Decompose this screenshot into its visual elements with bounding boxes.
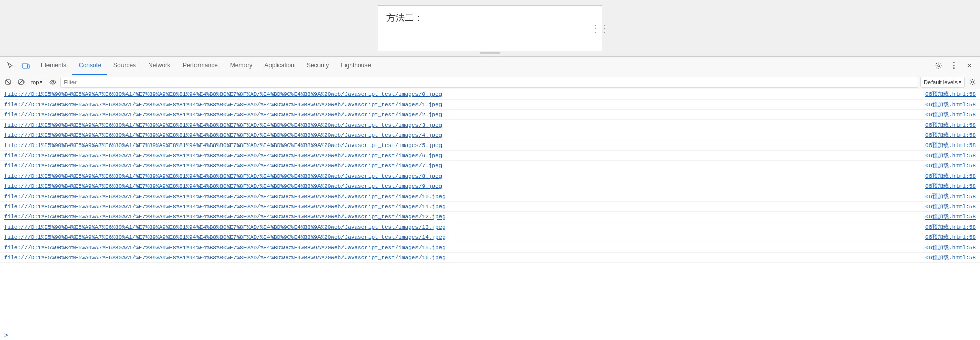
log-path[interactable]: file:///D:1%E5%90%B4%E5%A9%A7%E6%80%A1/%… xyxy=(0,234,898,240)
log-source[interactable]: 06预加载.html:58 xyxy=(898,101,980,108)
devtools-tabs: Elements Console Sources Network Perform… xyxy=(35,57,930,75)
log-path[interactable]: file:///D:1%E5%90%B4%E5%A9%A7%E6%80%A1/%… xyxy=(0,173,898,179)
preview-text: 方法二： xyxy=(386,12,423,24)
devtools-panel: Elements Console Sources Network Perform… xyxy=(0,56,980,340)
log-row[interactable]: file:///D:1%E5%90%B4%E5%A9%A7%E6%80%A1/%… xyxy=(0,100,980,110)
log-row[interactable]: file:///D:1%E5%90%B4%E5%A9%A7%E6%80%A1/%… xyxy=(0,191,980,202)
log-row[interactable]: file:///D:1%E5%90%B4%E5%A9%A7%E6%80%A1/%… xyxy=(0,212,980,222)
tab-lighthouse[interactable]: Lighthouse xyxy=(335,57,377,75)
eye-button[interactable] xyxy=(47,77,58,88)
log-row[interactable]: file:///D:1%E5%90%B4%E5%A9%A7%E6%80%A1/%… xyxy=(0,253,980,263)
console-settings-button[interactable] xyxy=(967,77,978,88)
log-row[interactable]: file:///D:1%E5%90%B4%E5%A9%A7%E6%80%A1/%… xyxy=(0,89,980,100)
log-source[interactable]: 06预加载.html:58 xyxy=(898,233,980,241)
prompt-row: > xyxy=(0,330,980,340)
log-row[interactable]: file:///D:1%E5%90%B4%E5%A9%A7%E6%80%A1/%… xyxy=(0,222,980,232)
level-selector[interactable]: Default levels ▾ xyxy=(920,77,965,88)
log-path[interactable]: file:///D:1%E5%90%B4%E5%A9%A7%E6%80%A1/%… xyxy=(0,132,898,138)
log-path[interactable]: file:///D:1%E5%90%B4%E5%A9%A7%E6%80%A1/%… xyxy=(0,245,898,251)
log-path[interactable]: file:///D:1%E5%90%B4%E5%A9%A7%E6%80%A1/%… xyxy=(0,224,898,230)
log-row[interactable]: file:///D:1%E5%90%B4%E5%A9%A7%E6%80%A1/%… xyxy=(0,110,980,120)
log-row[interactable]: file:///D:1%E5%90%B4%E5%A9%A7%E6%80%A1/%… xyxy=(0,161,980,171)
log-row[interactable]: file:///D:1%E5%90%B4%E5%A9%A7%E6%80%A1/%… xyxy=(0,232,980,242)
log-source[interactable]: 06预加载.html:58 xyxy=(898,213,980,221)
svg-rect-1 xyxy=(28,65,29,68)
log-source[interactable]: 06预加载.html:58 xyxy=(898,223,980,231)
log-source[interactable]: 06预加载.html:58 xyxy=(898,111,980,118)
prompt-icon: > xyxy=(4,331,8,339)
level-label: Default levels xyxy=(924,79,958,85)
log-row[interactable]: file:///D:1%E5%90%B4%E5%A9%A7%E6%80%A1/%… xyxy=(0,242,980,253)
log-source[interactable]: 06预加载.html:58 xyxy=(898,192,980,200)
svg-point-8 xyxy=(971,81,973,83)
log-source[interactable]: 06预加载.html:58 xyxy=(898,131,980,139)
log-row[interactable]: file:///D:1%E5%90%B4%E5%A9%A7%E6%80%A1/%… xyxy=(0,151,980,161)
log-row[interactable]: file:///D:1%E5%90%B4%E5%A9%A7%E6%80%A1/%… xyxy=(0,171,980,181)
preview-area: 方法二： ⋮⋮ xyxy=(0,0,980,56)
log-path[interactable]: file:///D:1%E5%90%B4%E5%A9%A7%E6%80%A1/%… xyxy=(0,91,898,98)
context-label: top xyxy=(31,79,39,85)
log-source[interactable]: 06预加载.html:58 xyxy=(898,182,980,190)
context-selector[interactable]: top ▾ xyxy=(29,77,45,88)
log-row[interactable]: file:///D:1%E5%90%B4%E5%A9%A7%E6%80%A1/%… xyxy=(0,140,980,151)
settings-button[interactable] xyxy=(932,59,945,72)
tab-network[interactable]: Network xyxy=(142,57,177,75)
log-source[interactable]: 06预加载.html:58 xyxy=(898,152,980,159)
clear-console-button[interactable] xyxy=(2,77,13,88)
log-source[interactable]: 06预加载.html:58 xyxy=(898,203,980,210)
log-source[interactable]: 06预加载.html:58 xyxy=(898,244,980,251)
log-path[interactable]: file:///D:1%E5%90%B4%E5%A9%A7%E6%80%A1/%… xyxy=(0,183,898,189)
toolbar-icons xyxy=(2,59,35,72)
log-row[interactable]: file:///D:1%E5%90%B4%E5%A9%A7%E6%80%A1/%… xyxy=(0,130,980,140)
log-source[interactable]: 06预加载.html:58 xyxy=(898,162,980,169)
log-source[interactable]: 06预加载.html:58 xyxy=(898,141,980,149)
tab-console[interactable]: Console xyxy=(72,57,107,75)
svg-point-2 xyxy=(938,65,940,67)
log-path[interactable]: file:///D:1%E5%90%B4%E5%A9%A7%E6%80%A1/%… xyxy=(0,112,898,118)
inspect-element-button[interactable] xyxy=(4,59,17,72)
console-toolbar: top ▾ Default levels ▾ xyxy=(0,75,980,89)
tab-security[interactable]: Security xyxy=(301,57,335,75)
preview-box: 方法二： ⋮⋮ xyxy=(378,5,602,51)
devtools-toolbar: Elements Console Sources Network Perform… xyxy=(0,57,980,75)
svg-rect-0 xyxy=(23,63,27,68)
log-path[interactable]: file:///D:1%E5%90%B4%E5%A9%A7%E6%80%A1/%… xyxy=(0,255,898,261)
filter-button[interactable] xyxy=(15,77,27,88)
level-chevron-icon: ▾ xyxy=(959,79,961,85)
log-path[interactable]: file:///D:1%E5%90%B4%E5%A9%A7%E6%80%A1/%… xyxy=(0,163,898,169)
more-options-button[interactable]: ⋮ xyxy=(947,59,961,72)
log-path[interactable]: file:///D:1%E5%90%B4%E5%A9%A7%E6%80%A1/%… xyxy=(0,122,898,128)
close-icon: ✕ xyxy=(967,62,972,69)
log-path[interactable]: file:///D:1%E5%90%B4%E5%A9%A7%E6%80%A1/%… xyxy=(0,102,898,108)
log-path[interactable]: file:///D:1%E5%90%B4%E5%A9%A7%E6%80%A1/%… xyxy=(0,214,898,220)
toolbar-right-icons: ⋮ ✕ xyxy=(930,59,978,72)
resize-dots-icon: ⋮⋮ xyxy=(591,22,609,34)
tab-elements[interactable]: Elements xyxy=(35,57,72,75)
svg-point-7 xyxy=(52,81,54,83)
log-path[interactable]: file:///D:1%E5%90%B4%E5%A9%A7%E6%80%A1/%… xyxy=(0,204,898,210)
filter-input[interactable] xyxy=(60,77,918,88)
log-source[interactable]: 06预加载.html:58 xyxy=(898,172,980,180)
log-source[interactable]: 06预加载.html:58 xyxy=(898,254,980,261)
log-source[interactable]: 06预加载.html:58 xyxy=(898,90,980,98)
drag-handle[interactable] xyxy=(480,52,500,54)
log-source[interactable]: 06预加载.html:58 xyxy=(898,121,980,129)
resize-handle[interactable]: ⋮⋮ xyxy=(598,6,602,51)
log-path[interactable]: file:///D:1%E5%90%B4%E5%A9%A7%E6%80%A1/%… xyxy=(0,153,898,159)
chevron-down-icon: ▾ xyxy=(40,79,42,85)
log-row[interactable]: file:///D:1%E5%90%B4%E5%A9%A7%E6%80%A1/%… xyxy=(0,181,980,191)
log-row[interactable]: file:///D:1%E5%90%B4%E5%A9%A7%E6%80%A1/%… xyxy=(0,120,980,130)
close-devtools-button[interactable]: ✕ xyxy=(963,59,976,72)
tab-performance[interactable]: Performance xyxy=(177,57,224,75)
svg-line-6 xyxy=(19,80,23,84)
tab-memory[interactable]: Memory xyxy=(224,57,258,75)
log-path[interactable]: file:///D:1%E5%90%B4%E5%A9%A7%E6%80%A1/%… xyxy=(0,142,898,149)
log-path[interactable]: file:///D:1%E5%90%B4%E5%A9%A7%E6%80%A1/%… xyxy=(0,193,898,200)
more-icon: ⋮ xyxy=(950,61,958,70)
tab-application[interactable]: Application xyxy=(258,57,301,75)
console-logs[interactable]: file:///D:1%E5%90%B4%E5%A9%A7%E6%80%A1/%… xyxy=(0,89,980,330)
device-toolbar-button[interactable] xyxy=(19,59,33,72)
tab-sources[interactable]: Sources xyxy=(107,57,142,75)
log-row[interactable]: file:///D:1%E5%90%B4%E5%A9%A7%E6%80%A1/%… xyxy=(0,202,980,212)
svg-line-4 xyxy=(6,80,10,84)
